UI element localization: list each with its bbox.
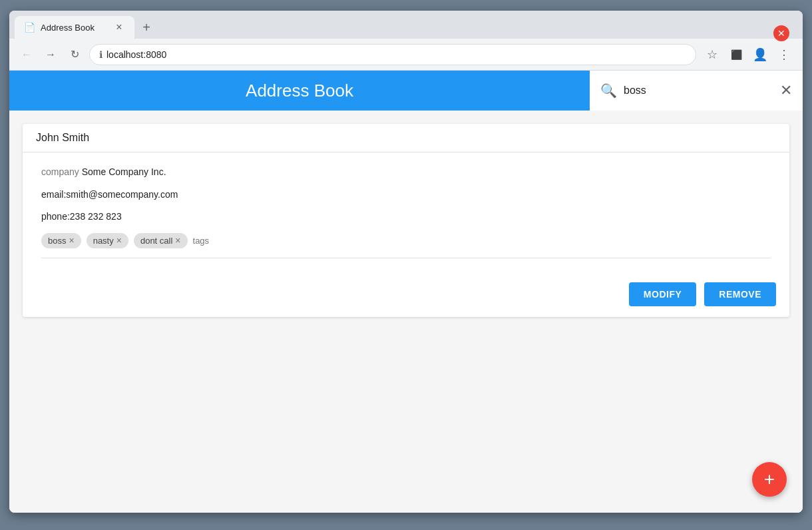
tags-row: boss × nasty × dont call ×	[41, 233, 771, 258]
app-title: Address Book	[246, 81, 353, 101]
tag-chip-boss: boss ×	[41, 233, 81, 248]
active-tab[interactable]: 📄 Address Book ×	[15, 16, 134, 39]
tab-page-icon: 📄	[24, 22, 35, 33]
contacts-list: John Smith company Some Company Inc. ema…	[9, 111, 803, 338]
phone-field: phone:238 232 823	[41, 210, 771, 224]
url-info-icon: ℹ	[99, 49, 102, 60]
tag-remove-dontcall[interactable]: ×	[175, 236, 180, 245]
tab-bar: 📄 Address Book × +	[9, 11, 803, 39]
app-title-section: Address Book	[9, 81, 590, 101]
contact-actions: MODIFY REMOVE	[23, 272, 789, 317]
add-contact-fab[interactable]: +	[752, 462, 787, 497]
tab-close-button[interactable]: ×	[113, 21, 125, 33]
close-window-button[interactable]: ✕	[773, 25, 789, 41]
search-section: 🔍 ✕	[590, 71, 803, 111]
tag-label-nasty: nasty	[93, 236, 114, 246]
search-input[interactable]	[624, 85, 773, 97]
tag-chip-nasty: nasty ×	[87, 233, 128, 248]
remove-button[interactable]: REMOVE	[704, 282, 776, 306]
phone-label: phone:	[41, 211, 70, 222]
tag-chip-dontcall: dont call ×	[134, 233, 188, 248]
menu-button[interactable]: ⋮	[773, 44, 795, 65]
app-header: Address Book 🔍 ✕	[9, 71, 803, 111]
extensions-button[interactable]: ⬛	[725, 44, 747, 65]
url-text: localhost:8080	[106, 49, 166, 60]
profile-button[interactable]: 👤	[749, 44, 771, 65]
phone-value: 238 232 823	[70, 211, 122, 222]
email-field: email:smith@somecompany.com	[41, 188, 771, 202]
tab-title: Address Book	[41, 23, 95, 33]
contact-card: John Smith company Some Company Inc. ema…	[23, 124, 789, 317]
modify-button[interactable]: MODIFY	[629, 282, 696, 306]
app-content: Address Book 🔍 ✕ John Smith company Some…	[9, 71, 803, 513]
tag-remove-nasty[interactable]: ×	[116, 236, 122, 245]
tags-input[interactable]	[193, 236, 305, 246]
email-label: email:	[41, 189, 66, 200]
browser-window: 📄 Address Book × + ← → ↻ ℹ localhost:808…	[9, 11, 803, 513]
bookmark-button[interactable]: ☆	[702, 44, 723, 65]
company-field: company Some Company Inc.	[41, 166, 771, 179]
contact-details: company Some Company Inc. email:smith@so…	[23, 152, 789, 272]
forward-button[interactable]: →	[41, 45, 60, 64]
search-icon: 🔍	[600, 83, 617, 99]
address-bar: ← → ↻ ℹ localhost:8080 ☆ ⬛ 👤 ⋮	[9, 39, 803, 71]
toolbar-right: ☆ ⬛ 👤 ⋮	[702, 44, 795, 65]
email-value: smith@somecompany.com	[66, 189, 178, 200]
reload-button[interactable]: ↻	[65, 45, 84, 64]
back-button[interactable]: ←	[17, 45, 36, 64]
tag-remove-boss[interactable]: ×	[69, 236, 74, 245]
company-value-text: Some Company Inc.	[82, 166, 166, 177]
search-clear-button[interactable]: ✕	[780, 82, 792, 99]
company-label: company	[41, 166, 79, 177]
tag-label-boss: boss	[48, 236, 66, 246]
tag-label-dontcall: dont call	[140, 236, 172, 246]
new-tab-button[interactable]: +	[137, 18, 156, 37]
url-bar[interactable]: ℹ localhost:8080	[89, 44, 696, 65]
contact-name: John Smith	[23, 124, 789, 152]
